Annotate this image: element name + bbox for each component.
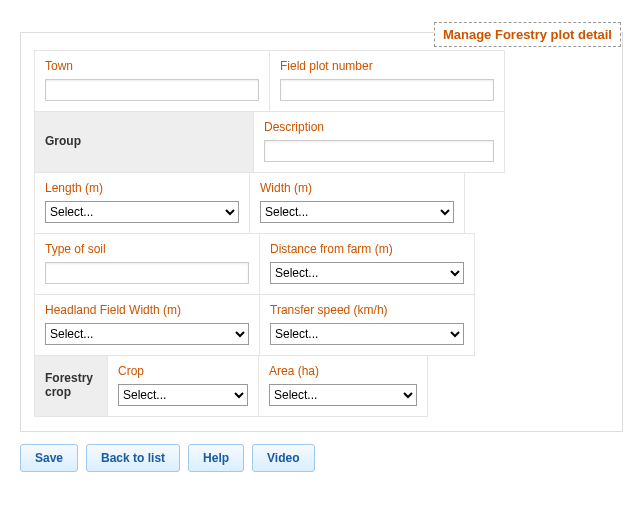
page-title: Manage Forestry plot detail: [434, 22, 621, 47]
save-button[interactable]: Save: [20, 444, 78, 472]
distance-from-farm-select[interactable]: Select...: [270, 262, 464, 284]
type-of-soil-input[interactable]: [45, 262, 249, 284]
crop-label: Crop: [118, 364, 248, 378]
group-label: Group: [45, 134, 81, 148]
area-label: Area (ha): [269, 364, 417, 378]
width-label: Width (m): [260, 181, 454, 195]
distance-from-farm-label: Distance from farm (m): [270, 242, 464, 256]
button-bar: Save Back to list Help Video: [20, 444, 623, 472]
width-select[interactable]: Select...: [260, 201, 454, 223]
town-input[interactable]: [45, 79, 259, 101]
back-to-list-button[interactable]: Back to list: [86, 444, 180, 472]
length-label: Length (m): [45, 181, 239, 195]
town-label: Town: [45, 59, 259, 73]
type-of-soil-label: Type of soil: [45, 242, 249, 256]
crop-select[interactable]: Select...: [118, 384, 248, 406]
description-label: Description: [264, 120, 494, 134]
headland-width-label: Headland Field Width (m): [45, 303, 249, 317]
area-select[interactable]: Select...: [269, 384, 417, 406]
headland-width-select[interactable]: Select...: [45, 323, 249, 345]
description-input[interactable]: [264, 140, 494, 162]
form-panel: Town Field plot number Group Description…: [20, 32, 623, 432]
length-select[interactable]: Select...: [45, 201, 239, 223]
help-button[interactable]: Help: [188, 444, 244, 472]
field-plot-number-label: Field plot number: [280, 59, 494, 73]
transfer-speed-select[interactable]: Select...: [270, 323, 464, 345]
forestry-crop-label: Forestry crop: [45, 371, 97, 399]
field-plot-number-input[interactable]: [280, 79, 494, 101]
transfer-speed-label: Transfer speed (km/h): [270, 303, 464, 317]
video-button[interactable]: Video: [252, 444, 314, 472]
